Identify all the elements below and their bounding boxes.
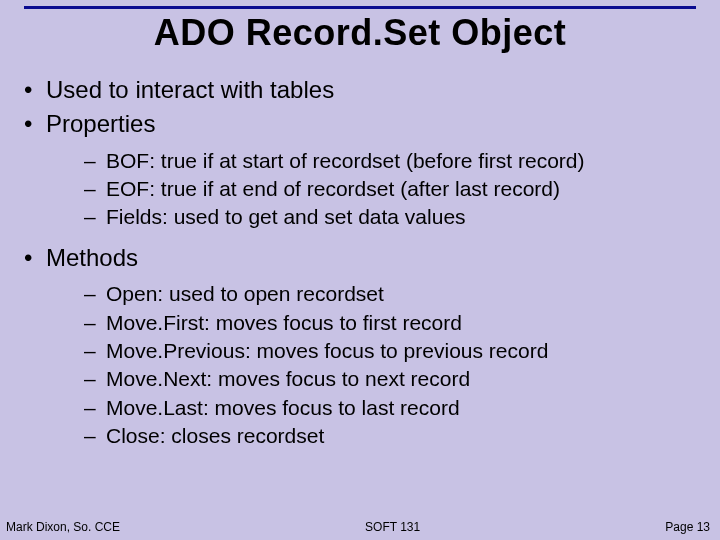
bullet-label: Properties [46, 110, 155, 137]
sub-bullet-item: Close: closes recordset [46, 422, 696, 450]
bullet-item: Properties BOF: true if at start of reco… [24, 108, 696, 231]
footer-author: Mark Dixon, So. CCE [6, 520, 120, 534]
sub-bullet-item: Move.Next: moves focus to next record [46, 365, 696, 393]
sub-bullet-item: Move.Last: moves focus to last record [46, 394, 696, 422]
sub-bullet-item: Open: used to open recordset [46, 280, 696, 308]
sub-bullet-item: Move.First: moves focus to first record [46, 309, 696, 337]
sub-bullet-item: BOF: true if at start of recordset (befo… [46, 147, 696, 175]
slide-title: ADO Record.Set Object [0, 12, 720, 54]
slide-content: Used to interact with tables Properties … [24, 74, 696, 460]
footer-course: SOFT 131 [120, 520, 665, 534]
sub-bullet-item: Move.Previous: moves focus to previous r… [46, 337, 696, 365]
sub-bullet-item: Fields: used to get and set data values [46, 203, 696, 231]
bullet-item: Used to interact with tables [24, 74, 696, 106]
bullet-label: Methods [46, 244, 138, 271]
slide-footer: Mark Dixon, So. CCE SOFT 131 Page 13 [0, 520, 720, 534]
bullet-item: Methods Open: used to open recordset Mov… [24, 242, 696, 450]
header-rule [24, 6, 696, 9]
footer-page: Page 13 [665, 520, 710, 534]
sub-bullet-item: EOF: true if at end of recordset (after … [46, 175, 696, 203]
